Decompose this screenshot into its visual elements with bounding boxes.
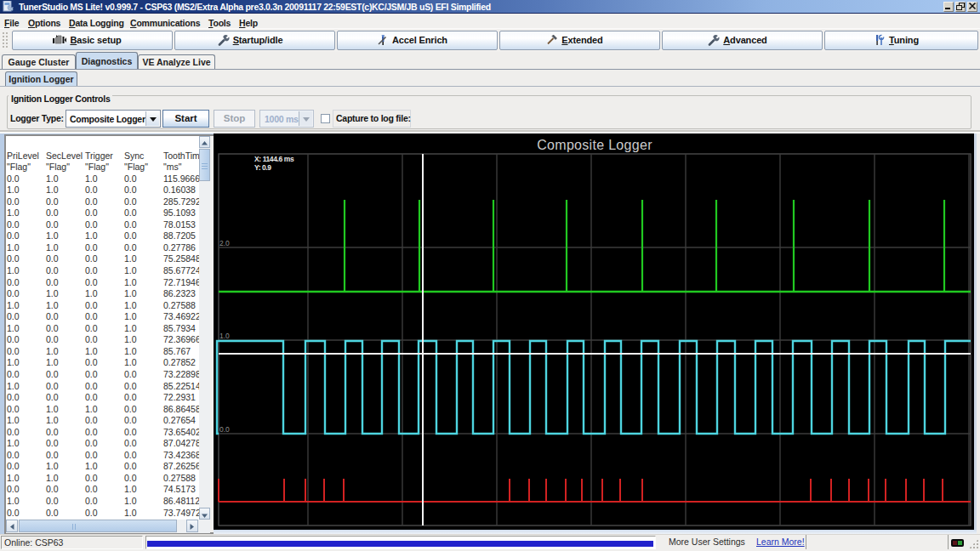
svg-text:Y: 0.9: Y: 0.9 xyxy=(254,163,271,172)
svg-text:1.0: 1.0 xyxy=(219,332,230,340)
svg-text:2.0: 2.0 xyxy=(219,239,230,247)
svg-text:X: 1144.6 ms: X: 1144.6 ms xyxy=(254,155,294,163)
svg-text:Composite Logger: Composite Logger xyxy=(537,138,652,152)
svg-text:0.0: 0.0 xyxy=(219,425,230,434)
